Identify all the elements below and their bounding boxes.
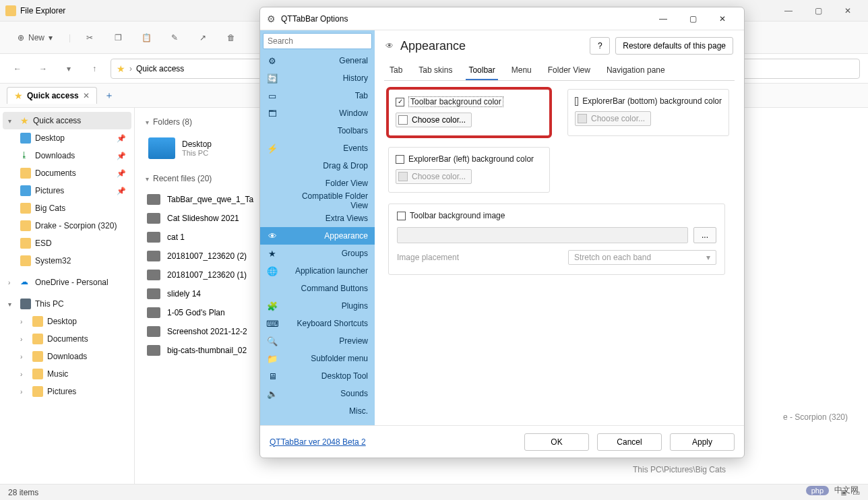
category-item[interactable]: Command Buttons xyxy=(260,280,375,297)
forward-button[interactable]: → xyxy=(34,59,53,78)
tab-toolbar[interactable]: Toolbar xyxy=(466,61,497,80)
version-link[interactable]: QTTabBar ver 2048 Beta 2 xyxy=(270,437,366,447)
category-item[interactable]: 🔍 Preview xyxy=(260,332,375,350)
close-button[interactable]: ✕ xyxy=(708,7,737,30)
share-icon[interactable]: ↗ xyxy=(193,28,212,47)
star-icon: ★ xyxy=(117,63,125,74)
row-path: e - Scorpion (320) xyxy=(783,412,848,422)
gear-icon: ⚙ xyxy=(267,13,276,24)
tree-item[interactable]: Drake - Scorpion (320) xyxy=(3,217,131,235)
tree-onedrive[interactable]: › ☁ OneDrive - Personal xyxy=(3,274,131,291)
tree-item[interactable]: › Downloads xyxy=(3,348,131,365)
cancel-label: Cancel xyxy=(617,437,642,447)
category-item[interactable]: Folder View xyxy=(260,175,375,192)
category-item[interactable]: 🖥 Desktop Tool xyxy=(260,367,375,385)
chevron-down-icon[interactable]: ▾ xyxy=(59,59,78,78)
category-icon: 🔍 xyxy=(267,336,278,346)
category-label: General xyxy=(339,56,368,65)
toolbar-bgcolor-checkbox[interactable]: ✓ Toolbar background color xyxy=(396,96,542,107)
category-item[interactable]: ⚙ General xyxy=(260,52,375,69)
tab-quick-access[interactable]: ★ Quick access ✕ xyxy=(7,87,97,104)
category-label: Keyboard Shortcuts xyxy=(297,319,368,328)
category-item[interactable]: Compatible Folder View xyxy=(260,192,375,210)
category-item[interactable]: Drag & Drop xyxy=(260,157,375,175)
minimize-button[interactable]: — xyxy=(774,0,803,22)
category-item[interactable]: Misc. xyxy=(260,402,375,420)
category-item[interactable]: Extra Views xyxy=(260,210,375,227)
file-icon xyxy=(147,194,160,205)
tree-item[interactable]: Desktop 📌 xyxy=(3,129,131,147)
category-item[interactable]: ⌨ Keyboard Shortcuts xyxy=(260,315,375,332)
cancel-button[interactable]: Cancel xyxy=(597,433,662,451)
category-icon: ▭ xyxy=(267,90,278,101)
category-item[interactable]: 👁 Appearance xyxy=(260,227,375,245)
new-button[interactable]: ⊕ New ▾ xyxy=(11,30,59,45)
tab-tab-skins[interactable]: Tab skins xyxy=(416,61,455,80)
tree-quick-access[interactable]: ▾ ★ Quick access xyxy=(3,112,131,129)
category-item[interactable]: 🔄 History xyxy=(260,69,375,87)
explorerbar-bottom-checkbox[interactable]: ExplorerBar (bottom) background color xyxy=(575,96,722,106)
category-item[interactable]: 🗔 Window xyxy=(260,104,375,122)
tree-item[interactable]: ⭳ Downloads 📌 xyxy=(3,147,131,164)
restore-label: Restore defaults of this page xyxy=(623,41,726,51)
maximize-button[interactable]: ▢ xyxy=(803,0,833,22)
explorerbar-left-checkbox[interactable]: ExplorerBar (left) background color xyxy=(396,154,542,164)
tree-item[interactable]: System32 xyxy=(3,252,131,270)
tree-item[interactable]: ESD xyxy=(3,235,131,252)
star-icon: ★ xyxy=(20,115,29,126)
file-name: slidely 14 xyxy=(167,289,201,299)
tab-close-icon[interactable]: ✕ xyxy=(83,91,90,100)
category-item[interactable]: 🌐 Application launcher xyxy=(260,262,375,280)
help-button[interactable]: ? xyxy=(590,37,610,55)
tab-navigation-pane[interactable]: Navigation pane xyxy=(604,61,668,80)
copy-icon[interactable]: ❐ xyxy=(108,28,127,47)
minimize-button[interactable]: — xyxy=(648,7,678,30)
maximize-button[interactable]: ▢ xyxy=(678,7,708,30)
tree-label: Big Cats xyxy=(35,204,65,213)
cut-icon[interactable]: ✂ xyxy=(80,28,99,47)
category-icon xyxy=(267,195,278,206)
category-item[interactable]: 📁 Subfolder menu xyxy=(260,350,375,367)
placement-select[interactable]: Stretch on each band ▾ xyxy=(568,250,716,265)
delete-icon[interactable]: 🗑 xyxy=(222,28,241,47)
toolbar-bgimage-checkbox[interactable]: Toolbar background image xyxy=(397,211,716,220)
tab-menu[interactable]: Menu xyxy=(509,61,534,80)
category-item[interactable]: 🧩 Plugins xyxy=(260,297,375,315)
tree-item[interactable]: › Documents xyxy=(3,330,131,348)
choose-color-button[interactable]: Choose color... xyxy=(396,113,472,127)
back-button[interactable]: ← xyxy=(8,59,27,78)
placement-row: Image placement Stretch on each band ▾ xyxy=(397,250,716,265)
up-button[interactable]: ↑ xyxy=(85,59,104,78)
checkbox-icon xyxy=(397,212,406,220)
status-item-count: 28 items xyxy=(8,488,38,497)
category-item[interactable]: ★ Groups xyxy=(260,245,375,262)
new-tab-button[interactable]: ＋ xyxy=(101,88,117,104)
cloud-icon: ☁ xyxy=(20,277,31,288)
tree-item[interactable]: Big Cats xyxy=(3,199,131,217)
category-item[interactable]: Toolbars xyxy=(260,122,375,139)
tree-item[interactable]: › Desktop xyxy=(3,313,131,330)
tree-item[interactable]: Documents 📌 xyxy=(3,164,131,182)
paste-icon[interactable]: 📋 xyxy=(137,28,156,47)
close-button[interactable]: ✕ xyxy=(833,0,863,22)
group-label: Folders (8) xyxy=(153,117,192,127)
choose-color-button: Choose color... xyxy=(575,111,651,126)
restore-defaults-button[interactable]: Restore defaults of this page xyxy=(615,37,733,55)
tree-item[interactable]: Pictures 📌 xyxy=(3,182,131,199)
category-item[interactable]: 🔈 Sounds xyxy=(260,385,375,402)
tree-this-pc[interactable]: ▾ This PC xyxy=(3,295,131,313)
tree-item[interactable]: › Music xyxy=(3,365,131,383)
rename-icon[interactable]: ✎ xyxy=(165,28,184,47)
tab-tab[interactable]: Tab xyxy=(387,61,405,80)
apply-button[interactable]: Apply xyxy=(670,433,735,451)
tab-folder-view[interactable]: Folder View xyxy=(545,61,593,80)
category-item[interactable]: ⚡ Events xyxy=(260,139,375,157)
search-input[interactable] xyxy=(263,33,372,49)
category-item[interactable]: ▭ Tab xyxy=(260,87,375,104)
file-name: 1-05 God's Plan xyxy=(167,308,225,317)
category-label: Drag & Drop xyxy=(323,161,368,170)
folder-icon xyxy=(5,5,16,16)
tree-item[interactable]: › Pictures xyxy=(3,383,131,400)
browse-button[interactable]: ... xyxy=(693,227,716,243)
ok-button[interactable]: OK xyxy=(524,433,589,451)
